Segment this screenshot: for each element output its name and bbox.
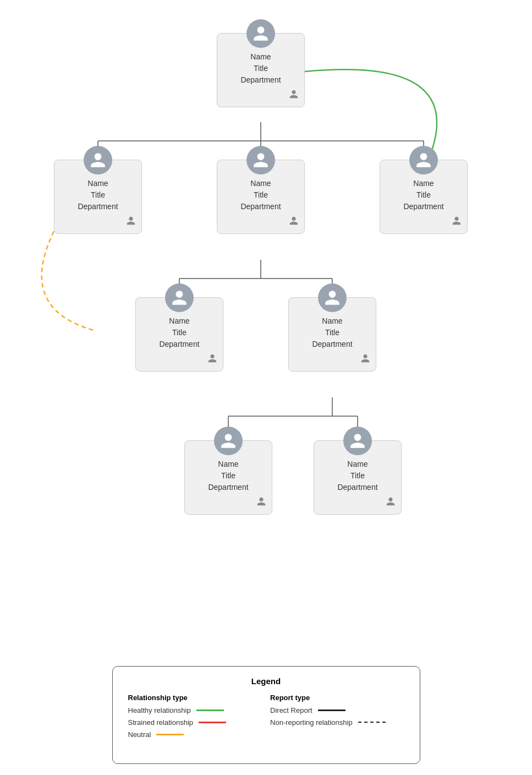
card-icon-4: [452, 216, 462, 228]
org-chart: NameTitleDepartment NameTitleDepartment …: [0, 0, 532, 661]
legend: Legend Relationship type Healthy relatio…: [112, 666, 420, 764]
card-icon-5: [207, 353, 217, 365]
legend-col-report: Report type Direct Report Non-reporting …: [270, 694, 386, 743]
person-card-7[interactable]: NameTitleDepartment: [184, 440, 272, 515]
legend-row-neutral: Neutral: [128, 730, 227, 739]
legend-row-non-reporting: Non-reporting relationship: [270, 718, 386, 727]
avatar-2: [84, 146, 112, 174]
avatar-6: [318, 283, 347, 312]
card-text-3: NameTitleDepartment: [240, 178, 281, 212]
avatar-7: [214, 427, 243, 455]
card-icon-3: [289, 216, 299, 228]
card-text-2: NameTitleDepartment: [78, 178, 118, 212]
card-icon-6: [360, 353, 370, 365]
line-red: [199, 722, 226, 723]
card-icon-1: [289, 89, 299, 101]
card-icon-2: [126, 216, 136, 228]
legend-report-header: Report type: [270, 694, 386, 702]
label-non-reporting: Non-reporting relationship: [270, 718, 353, 727]
label-neutral: Neutral: [128, 730, 151, 739]
label-strained: Strained relationship: [128, 718, 194, 727]
legend-title: Legend: [128, 676, 404, 686]
avatar-3: [246, 146, 275, 174]
card-text-5: NameTitleDepartment: [159, 315, 199, 350]
person-card-8[interactable]: NameTitleDepartment: [314, 440, 402, 515]
card-icon-8: [386, 496, 396, 509]
person-card-1[interactable]: NameTitleDepartment: [217, 33, 305, 107]
legend-row-direct: Direct Report: [270, 706, 386, 714]
legend-rel-header: Relationship type: [128, 694, 227, 702]
line-yellow: [156, 734, 184, 735]
avatar-1: [246, 19, 275, 48]
card-text-1: NameTitleDepartment: [240, 51, 281, 86]
person-card-4[interactable]: NameTitleDepartment: [380, 160, 468, 234]
person-card-3[interactable]: NameTitleDepartment: [217, 160, 305, 234]
avatar-8: [343, 427, 372, 455]
line-green: [196, 709, 224, 711]
label-direct: Direct Report: [270, 706, 312, 714]
card-text-6: NameTitleDepartment: [312, 315, 352, 350]
card-text-8: NameTitleDepartment: [337, 459, 377, 493]
avatar-5: [165, 283, 194, 312]
person-card-5[interactable]: NameTitleDepartment: [135, 297, 223, 372]
label-healthy: Healthy relationship: [128, 706, 191, 714]
legend-col-relationship: Relationship type Healthy relationship S…: [128, 694, 227, 743]
legend-row-healthy: Healthy relationship: [128, 706, 227, 714]
avatar-4: [409, 146, 438, 174]
line-dashed: [358, 722, 386, 723]
line-black: [318, 709, 345, 711]
card-text-4: NameTitleDepartment: [403, 178, 443, 212]
card-text-7: NameTitleDepartment: [208, 459, 248, 493]
legend-row-strained: Strained relationship: [128, 718, 227, 727]
person-card-2[interactable]: NameTitleDepartment: [54, 160, 142, 234]
card-icon-7: [256, 496, 266, 509]
person-card-6[interactable]: NameTitleDepartment: [288, 297, 376, 372]
